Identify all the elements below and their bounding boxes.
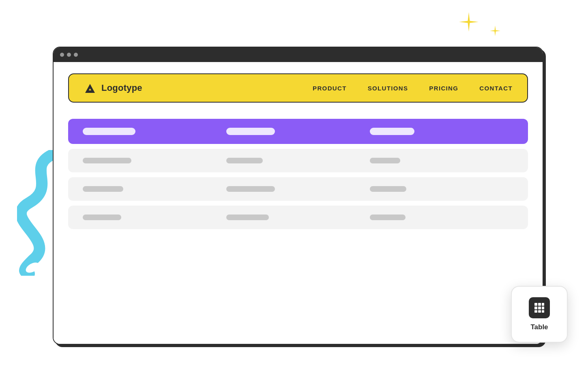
svg-rect-8 — [538, 303, 541, 306]
header-cell-2 — [226, 128, 370, 135]
sparkle-large-icon — [458, 11, 479, 32]
data-pill-2-3 — [370, 186, 406, 192]
browser-dot-2 — [67, 53, 71, 57]
browser-titlebar — [54, 47, 543, 62]
header-cell-1 — [83, 128, 226, 135]
data-cell-2-1 — [83, 186, 226, 192]
svg-rect-11 — [538, 307, 541, 309]
table-row-3 — [68, 206, 528, 229]
navbar: Logotype PRODUCT SOLUTIONS PRICING CONTA… — [68, 73, 528, 103]
header-cell-3 — [370, 128, 513, 135]
nav-product[interactable]: PRODUCT — [313, 85, 347, 92]
data-pill-3-3 — [370, 215, 406, 220]
nav-contact[interactable]: CONTACT — [479, 85, 513, 92]
table-grid-icon — [533, 302, 545, 314]
table-card: Table — [511, 286, 568, 343]
svg-rect-10 — [534, 307, 537, 309]
nav-solutions[interactable]: SOLUTIONS — [368, 85, 408, 92]
data-pill-2-2 — [226, 186, 275, 192]
header-pill-3 — [370, 128, 414, 135]
svg-rect-7 — [534, 303, 537, 306]
sparkle-small-icon — [489, 25, 501, 36]
data-cell-1-2 — [226, 158, 370, 163]
logo-text: Logotype — [101, 83, 142, 93]
svg-rect-15 — [542, 310, 544, 313]
data-cell-1-3 — [370, 158, 513, 163]
browser-content: Logotype PRODUCT SOLUTIONS PRICING CONTA… — [54, 62, 543, 344]
data-cell-2-2 — [226, 186, 370, 192]
browser-dot-3 — [74, 53, 78, 57]
data-cell-3-1 — [83, 215, 226, 220]
table-icon-container — [529, 297, 550, 318]
table-header-row — [68, 119, 528, 144]
data-cell-3-2 — [226, 215, 370, 220]
table-row-2 — [68, 177, 528, 201]
logo-icon — [84, 82, 97, 94]
header-pill-2 — [226, 128, 275, 135]
data-cell-2-3 — [370, 186, 513, 192]
data-pill-1-3 — [370, 158, 400, 163]
svg-rect-13 — [534, 310, 537, 313]
table-card-label: Table — [530, 323, 548, 331]
data-cell-3-3 — [370, 215, 513, 220]
browser-dot-1 — [60, 53, 64, 57]
logo-area: Logotype — [84, 82, 142, 94]
svg-rect-14 — [538, 310, 541, 313]
table-row-1 — [68, 149, 528, 172]
header-pill-1 — [83, 128, 135, 135]
data-cell-1-1 — [83, 158, 226, 163]
data-pill-1-1 — [83, 158, 131, 163]
nav-links: PRODUCT SOLUTIONS PRICING CONTACT — [313, 85, 513, 92]
data-pill-3-2 — [226, 215, 269, 220]
svg-rect-9 — [542, 303, 544, 306]
svg-rect-12 — [542, 307, 544, 309]
browser-window: Logotype PRODUCT SOLUTIONS PRICING CONTA… — [53, 47, 543, 345]
data-pill-2-1 — [83, 186, 123, 192]
data-pill-3-1 — [83, 215, 121, 220]
data-pill-1-2 — [226, 158, 263, 163]
table-area — [68, 119, 528, 229]
nav-pricing[interactable]: PRICING — [429, 85, 458, 92]
